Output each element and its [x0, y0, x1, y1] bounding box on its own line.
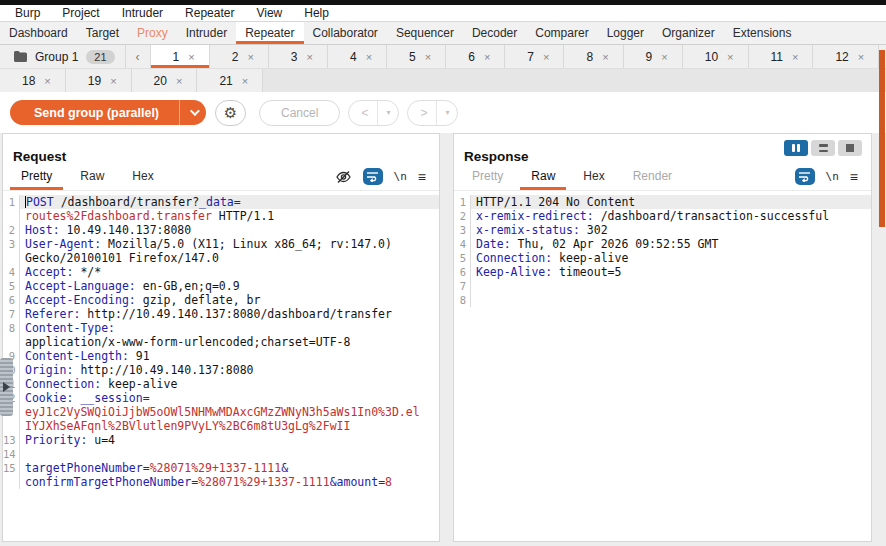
repeater-tab-12[interactable]: 12×	[813, 45, 879, 68]
repeater-tab-4[interactable]: 4×	[328, 45, 387, 68]
tab-repeater[interactable]: Repeater	[236, 22, 303, 44]
tab-extensions[interactable]: Extensions	[724, 22, 801, 44]
editor-line-text[interactable]: Accept-Language: en-GB,en;q=0.9	[20, 279, 439, 293]
editor-line-text[interactable]: Date: Thu, 02 Apr 2026 09:52:55 GMT	[471, 237, 871, 251]
tab-decoder[interactable]: Decoder	[463, 22, 526, 44]
repeater-tab-1[interactable]: 1×	[151, 45, 210, 68]
editor-line-text[interactable]: x-remix-status: 302	[471, 223, 871, 237]
response-tab-render[interactable]: Render	[619, 169, 686, 190]
tab-intruder[interactable]: Intruder	[177, 22, 236, 44]
editor-menu-icon[interactable]: ≡	[850, 170, 858, 184]
repeater-tab-2[interactable]: 2×	[210, 45, 269, 68]
editor-line-text[interactable]	[20, 447, 439, 461]
response-tab-raw[interactable]: Raw	[517, 169, 569, 190]
expand-panel-handle[interactable]	[0, 358, 13, 416]
tab-close-icon[interactable]: ×	[188, 51, 194, 63]
newline-icon[interactable]: \n	[826, 170, 839, 183]
back-dropdown-icon[interactable]: ▾	[377, 101, 398, 125]
response-editor[interactable]: 1HTTP/1.1 204 No Content2x-remix-redirec…	[454, 191, 871, 307]
tab-close-icon[interactable]: ×	[484, 51, 490, 63]
editor-line-text[interactable]: Content-Type:	[20, 321, 439, 335]
request-editor[interactable]: 1POST /dashboard/transfer?_data=routes%2…	[3, 191, 439, 489]
send-dropdown-button[interactable]	[179, 100, 206, 125]
menu-project[interactable]: Project	[51, 6, 110, 20]
editor-line-text[interactable]: HTTP/1.1 204 No Content	[471, 195, 871, 209]
repeater-tab-21[interactable]: 21×	[197, 69, 263, 92]
tab-organizer[interactable]: Organizer	[653, 22, 724, 44]
menu-burp[interactable]: Burp	[4, 6, 51, 20]
menu-view[interactable]: View	[245, 6, 293, 20]
tab-close-icon[interactable]: ×	[247, 51, 253, 63]
layout-rows-button[interactable]	[811, 140, 835, 156]
tab-close-icon[interactable]: ×	[727, 51, 733, 63]
editor-line-text[interactable]: Connection: keep-alive	[471, 251, 871, 265]
editor-line-text[interactable]: eyJ1c2VySWQiOiJjbW5oOWl5NHMwMDAxcGMzZWNy…	[20, 405, 439, 419]
tab-dashboard[interactable]: Dashboard	[0, 22, 77, 44]
editor-line-text[interactable]: targetPhoneNumber=%28071%29+1337-1111&	[20, 461, 439, 475]
repeater-tab-8[interactable]: 8×	[564, 45, 623, 68]
editor-line-text[interactable]: x-remix-redirect: /dashboard/transaction…	[471, 209, 871, 223]
menu-help[interactable]: Help	[293, 6, 340, 20]
tab-close-icon[interactable]: ×	[366, 51, 372, 63]
editor-line-text[interactable]: Keep-Alive: timeout=5	[471, 265, 871, 279]
repeater-group-header[interactable]: Group 1 21	[0, 45, 126, 68]
request-tab-pretty[interactable]: Pretty	[7, 169, 66, 190]
layout-single-button[interactable]	[838, 140, 862, 156]
tab-close-icon[interactable]: ×	[661, 51, 667, 63]
repeater-tab-10[interactable]: 10×	[683, 45, 749, 68]
response-tab-pretty[interactable]: Pretty	[458, 169, 517, 190]
editor-line-text[interactable]: application/x-www-form-urlencoded;charse…	[20, 335, 439, 349]
word-wrap-icon[interactable]	[795, 168, 815, 185]
tab-close-icon[interactable]: ×	[242, 75, 248, 87]
tab-logger[interactable]: Logger	[598, 22, 653, 44]
tab-close-icon[interactable]: ×	[425, 51, 431, 63]
editor-line-text[interactable]: Priority: u=4	[20, 433, 439, 447]
response-tab-hex[interactable]: Hex	[569, 169, 618, 190]
editor-line-text[interactable]: routes%2Fdashboard.transfer HTTP/1.1	[20, 209, 439, 223]
tab-target[interactable]: Target	[77, 22, 128, 44]
settings-button[interactable]: ⚙	[215, 100, 246, 126]
editor-line-text[interactable]: Cookie: __session=	[20, 391, 439, 405]
editor-line-text[interactable]: Referer: http://10.49.140.137:8080/dashb…	[20, 307, 439, 321]
repeater-tab-20[interactable]: 20×	[132, 69, 198, 92]
editor-line-text[interactable]	[471, 279, 871, 293]
cancel-button[interactable]: Cancel	[259, 100, 340, 126]
editor-line-text[interactable]: Connection: keep-alive	[20, 377, 439, 391]
tab-close-icon[interactable]: ×	[792, 51, 798, 63]
forward-dropdown-icon[interactable]: ▾	[436, 101, 457, 125]
editor-line-text[interactable]: Origin: http://10.49.140.137:8080	[20, 363, 439, 377]
tab-close-icon[interactable]: ×	[543, 51, 549, 63]
repeater-tab-9[interactable]: 9×	[624, 45, 683, 68]
editor-menu-icon[interactable]: ≡	[418, 170, 426, 184]
newline-icon[interactable]: \n	[394, 170, 407, 183]
tab-proxy[interactable]: Proxy	[128, 22, 177, 44]
editor-line-text[interactable]: Content-Length: 91	[20, 349, 439, 363]
tab-close-icon[interactable]: ×	[602, 51, 608, 63]
editor-line-text[interactable]	[471, 293, 871, 307]
repeater-tab-19[interactable]: 19×	[66, 69, 132, 92]
menu-intruder[interactable]: Intruder	[111, 6, 174, 20]
editor-line-text[interactable]: Accept-Encoding: gzip, deflate, br	[20, 293, 439, 307]
repeater-tab-7[interactable]: 7×	[505, 45, 564, 68]
eye-off-icon[interactable]	[335, 170, 352, 184]
tab-close-icon[interactable]: ×	[176, 75, 182, 87]
tab-scroll-left-button[interactable]: ‹	[126, 45, 151, 68]
repeater-tab-11[interactable]: 11×	[749, 45, 814, 68]
word-wrap-icon[interactable]	[363, 168, 383, 185]
request-tab-hex[interactable]: Hex	[118, 169, 167, 190]
forward-request-button[interactable]: > ▾	[407, 100, 458, 126]
back-request-button[interactable]: < ▾	[348, 100, 399, 126]
send-group-button[interactable]: Send group (parallel)	[10, 100, 206, 125]
tab-collaborator[interactable]: Collaborator	[304, 22, 387, 44]
repeater-tab-6[interactable]: 6×	[446, 45, 505, 68]
tab-sequencer[interactable]: Sequencer	[387, 22, 463, 44]
repeater-tab-18[interactable]: 18×	[0, 69, 66, 92]
request-tab-raw[interactable]: Raw	[66, 169, 118, 190]
menu-repeater[interactable]: Repeater	[174, 6, 245, 20]
tab-close-icon[interactable]: ×	[307, 51, 313, 63]
editor-line-text[interactable]: Accept: */*	[20, 265, 439, 279]
tab-comparer[interactable]: Comparer	[526, 22, 597, 44]
editor-line-text[interactable]: Gecko/20100101 Firefox/147.0	[20, 251, 439, 265]
tab-close-icon[interactable]: ×	[44, 75, 50, 87]
repeater-tab-5[interactable]: 5×	[387, 45, 446, 68]
